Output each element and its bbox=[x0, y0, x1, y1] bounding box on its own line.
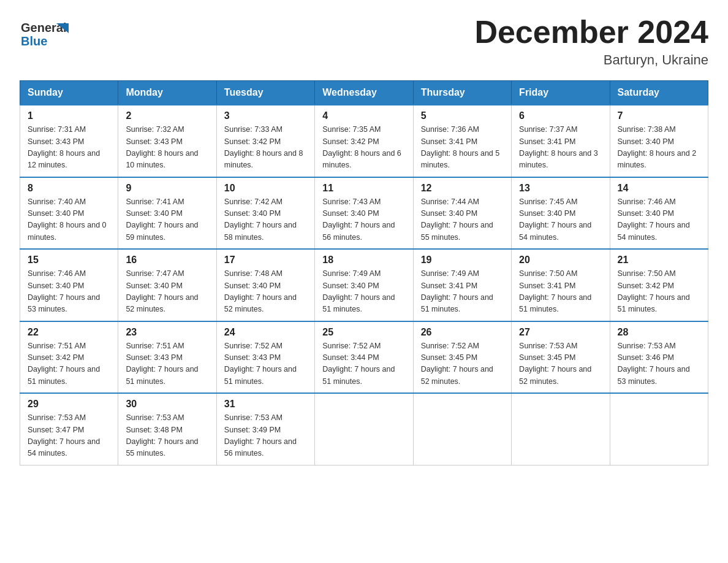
day-number: 10 bbox=[224, 183, 307, 194]
day-info: Sunrise: 7:52 AM Sunset: 3:45 PM Dayligh… bbox=[421, 340, 504, 388]
calendar-cell: 18 Sunrise: 7:49 AM Sunset: 3:40 PM Dayl… bbox=[315, 249, 413, 321]
calendar-cell: 24 Sunrise: 7:52 AM Sunset: 3:43 PM Dayl… bbox=[216, 321, 314, 394]
logo: General Blue bbox=[20, 15, 69, 54]
calendar-cell: 8 Sunrise: 7:40 AM Sunset: 3:40 PM Dayli… bbox=[20, 177, 118, 250]
title-block: December 2024 Barturyn, Ukraine bbox=[474, 15, 708, 68]
calendar-cell bbox=[610, 393, 708, 465]
calendar-week-1: 1 Sunrise: 7:31 AM Sunset: 3:43 PM Dayli… bbox=[20, 105, 708, 177]
header-saturday: Saturday bbox=[610, 81, 708, 105]
calendar-title: December 2024 bbox=[474, 15, 708, 50]
svg-text:Blue: Blue bbox=[21, 34, 47, 48]
day-info: Sunrise: 7:43 AM Sunset: 3:40 PM Dayligh… bbox=[322, 196, 405, 244]
day-number: 1 bbox=[28, 110, 110, 121]
day-number: 16 bbox=[126, 255, 208, 266]
day-info: Sunrise: 7:44 AM Sunset: 3:40 PM Dayligh… bbox=[421, 196, 504, 244]
calendar-cell: 17 Sunrise: 7:48 AM Sunset: 3:40 PM Dayl… bbox=[216, 249, 314, 321]
day-number: 26 bbox=[421, 327, 504, 338]
day-info: Sunrise: 7:42 AM Sunset: 3:40 PM Dayligh… bbox=[224, 196, 307, 244]
day-number: 2 bbox=[126, 110, 208, 121]
header-thursday: Thursday bbox=[413, 81, 511, 105]
day-number: 14 bbox=[618, 183, 700, 194]
calendar-cell: 29 Sunrise: 7:53 AM Sunset: 3:47 PM Dayl… bbox=[20, 393, 118, 465]
day-number: 4 bbox=[322, 110, 405, 121]
calendar-cell: 1 Sunrise: 7:31 AM Sunset: 3:43 PM Dayli… bbox=[20, 105, 118, 177]
day-number: 18 bbox=[322, 255, 405, 266]
calendar-cell: 15 Sunrise: 7:46 AM Sunset: 3:40 PM Dayl… bbox=[20, 249, 118, 321]
calendar-table: Sunday Monday Tuesday Wednesday Thursday… bbox=[20, 80, 708, 465]
calendar-cell: 31 Sunrise: 7:53 AM Sunset: 3:49 PM Dayl… bbox=[216, 393, 314, 465]
header-friday: Friday bbox=[512, 81, 610, 105]
day-info: Sunrise: 7:36 AM Sunset: 3:41 PM Dayligh… bbox=[421, 124, 504, 172]
weekday-header-row: Sunday Monday Tuesday Wednesday Thursday… bbox=[20, 81, 708, 105]
day-number: 25 bbox=[322, 327, 405, 338]
day-number: 23 bbox=[126, 327, 208, 338]
day-number: 8 bbox=[28, 183, 110, 194]
calendar-cell: 25 Sunrise: 7:52 AM Sunset: 3:44 PM Dayl… bbox=[315, 321, 413, 394]
calendar-cell: 21 Sunrise: 7:50 AM Sunset: 3:42 PM Dayl… bbox=[610, 249, 708, 321]
day-info: Sunrise: 7:48 AM Sunset: 3:40 PM Dayligh… bbox=[224, 268, 307, 316]
day-number: 12 bbox=[421, 183, 504, 194]
day-info: Sunrise: 7:46 AM Sunset: 3:40 PM Dayligh… bbox=[28, 268, 110, 316]
day-info: Sunrise: 7:41 AM Sunset: 3:40 PM Dayligh… bbox=[126, 196, 208, 244]
day-info: Sunrise: 7:47 AM Sunset: 3:40 PM Dayligh… bbox=[126, 268, 208, 316]
calendar-cell bbox=[315, 393, 413, 465]
day-number: 19 bbox=[421, 255, 504, 266]
day-info: Sunrise: 7:32 AM Sunset: 3:43 PM Dayligh… bbox=[126, 124, 208, 172]
calendar-cell: 16 Sunrise: 7:47 AM Sunset: 3:40 PM Dayl… bbox=[118, 249, 216, 321]
day-info: Sunrise: 7:52 AM Sunset: 3:44 PM Dayligh… bbox=[322, 340, 405, 388]
calendar-cell: 30 Sunrise: 7:53 AM Sunset: 3:48 PM Dayl… bbox=[118, 393, 216, 465]
day-info: Sunrise: 7:50 AM Sunset: 3:42 PM Dayligh… bbox=[618, 268, 700, 316]
calendar-cell: 11 Sunrise: 7:43 AM Sunset: 3:40 PM Dayl… bbox=[315, 177, 413, 250]
header-tuesday: Tuesday bbox=[216, 81, 314, 105]
day-info: Sunrise: 7:40 AM Sunset: 3:40 PM Dayligh… bbox=[28, 196, 110, 244]
day-info: Sunrise: 7:45 AM Sunset: 3:40 PM Dayligh… bbox=[519, 196, 602, 244]
calendar-cell: 26 Sunrise: 7:52 AM Sunset: 3:45 PM Dayl… bbox=[413, 321, 511, 394]
day-number: 27 bbox=[519, 327, 602, 338]
calendar-cell: 23 Sunrise: 7:51 AM Sunset: 3:43 PM Dayl… bbox=[118, 321, 216, 394]
calendar-week-2: 8 Sunrise: 7:40 AM Sunset: 3:40 PM Dayli… bbox=[20, 177, 708, 250]
calendar-cell: 5 Sunrise: 7:36 AM Sunset: 3:41 PM Dayli… bbox=[413, 105, 511, 177]
day-info: Sunrise: 7:50 AM Sunset: 3:41 PM Dayligh… bbox=[519, 268, 602, 316]
day-number: 3 bbox=[224, 110, 307, 121]
day-info: Sunrise: 7:53 AM Sunset: 3:49 PM Dayligh… bbox=[224, 412, 307, 460]
day-number: 20 bbox=[519, 255, 602, 266]
header-wednesday: Wednesday bbox=[315, 81, 413, 105]
day-info: Sunrise: 7:51 AM Sunset: 3:42 PM Dayligh… bbox=[28, 340, 110, 388]
day-info: Sunrise: 7:33 AM Sunset: 3:42 PM Dayligh… bbox=[224, 124, 307, 172]
calendar-cell: 2 Sunrise: 7:32 AM Sunset: 3:43 PM Dayli… bbox=[118, 105, 216, 177]
calendar-cell: 7 Sunrise: 7:38 AM Sunset: 3:40 PM Dayli… bbox=[610, 105, 708, 177]
day-info: Sunrise: 7:53 AM Sunset: 3:46 PM Dayligh… bbox=[618, 340, 700, 388]
day-number: 21 bbox=[618, 255, 700, 266]
calendar-cell bbox=[512, 393, 610, 465]
day-number: 5 bbox=[421, 110, 504, 121]
day-number: 15 bbox=[28, 255, 110, 266]
day-number: 22 bbox=[28, 327, 110, 338]
day-info: Sunrise: 7:46 AM Sunset: 3:40 PM Dayligh… bbox=[618, 196, 700, 244]
header-sunday: Sunday bbox=[20, 81, 118, 105]
calendar-cell: 28 Sunrise: 7:53 AM Sunset: 3:46 PM Dayl… bbox=[610, 321, 708, 394]
calendar-cell: 20 Sunrise: 7:50 AM Sunset: 3:41 PM Dayl… bbox=[512, 249, 610, 321]
day-number: 13 bbox=[519, 183, 602, 194]
day-number: 6 bbox=[519, 110, 602, 121]
calendar-cell: 19 Sunrise: 7:49 AM Sunset: 3:41 PM Dayl… bbox=[413, 249, 511, 321]
calendar-cell: 3 Sunrise: 7:33 AM Sunset: 3:42 PM Dayli… bbox=[216, 105, 314, 177]
calendar-cell: 27 Sunrise: 7:53 AM Sunset: 3:45 PM Dayl… bbox=[512, 321, 610, 394]
day-info: Sunrise: 7:52 AM Sunset: 3:43 PM Dayligh… bbox=[224, 340, 307, 388]
day-info: Sunrise: 7:49 AM Sunset: 3:41 PM Dayligh… bbox=[421, 268, 504, 316]
day-number: 31 bbox=[224, 399, 307, 410]
day-number: 29 bbox=[28, 399, 110, 410]
header-monday: Monday bbox=[118, 81, 216, 105]
calendar-cell: 10 Sunrise: 7:42 AM Sunset: 3:40 PM Dayl… bbox=[216, 177, 314, 250]
day-number: 17 bbox=[224, 255, 307, 266]
calendar-cell bbox=[413, 393, 511, 465]
calendar-cell: 9 Sunrise: 7:41 AM Sunset: 3:40 PM Dayli… bbox=[118, 177, 216, 250]
day-info: Sunrise: 7:51 AM Sunset: 3:43 PM Dayligh… bbox=[126, 340, 208, 388]
day-info: Sunrise: 7:38 AM Sunset: 3:40 PM Dayligh… bbox=[618, 124, 700, 172]
day-info: Sunrise: 7:53 AM Sunset: 3:48 PM Dayligh… bbox=[126, 412, 208, 460]
day-info: Sunrise: 7:35 AM Sunset: 3:42 PM Dayligh… bbox=[322, 124, 405, 172]
calendar-cell: 6 Sunrise: 7:37 AM Sunset: 3:41 PM Dayli… bbox=[512, 105, 610, 177]
calendar-subtitle: Barturyn, Ukraine bbox=[474, 52, 708, 68]
calendar-cell: 22 Sunrise: 7:51 AM Sunset: 3:42 PM Dayl… bbox=[20, 321, 118, 394]
calendar-week-3: 15 Sunrise: 7:46 AM Sunset: 3:40 PM Dayl… bbox=[20, 249, 708, 321]
calendar-cell: 4 Sunrise: 7:35 AM Sunset: 3:42 PM Dayli… bbox=[315, 105, 413, 177]
